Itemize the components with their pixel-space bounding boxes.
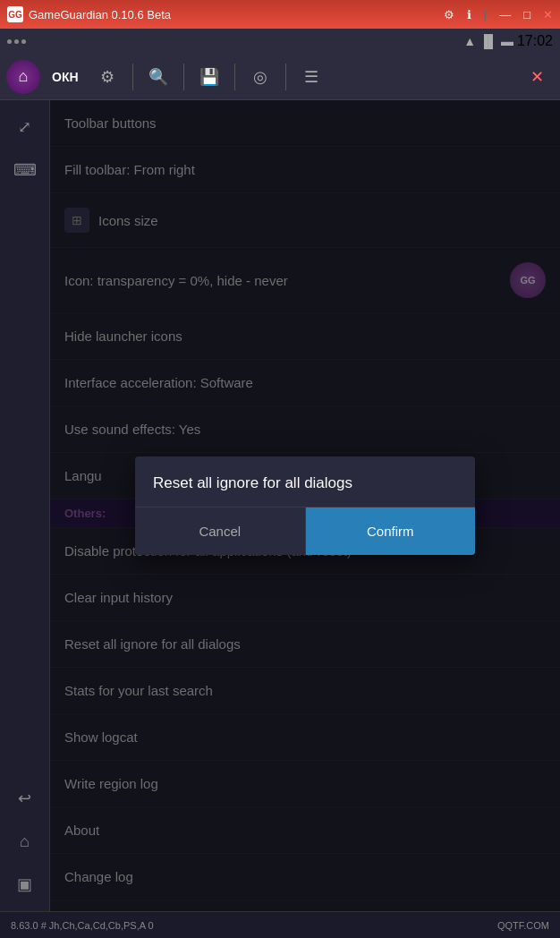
cancel-button[interactable]: Cancel [135, 507, 306, 555]
dialog-buttons: Cancel Confirm [135, 507, 475, 555]
sidebar-apps[interactable]: ▣ [5, 865, 45, 904]
info-control-icon[interactable]: ℹ [467, 8, 471, 21]
status-icons: ▲ ▐▌ ▬ 17:02 [463, 33, 553, 49]
sidebar: ⤢ ⌨ ↩ ⌂ ▣ [0, 100, 50, 911]
watermark: QQTF.COM [497, 920, 549, 931]
toolbar-okn-label: ОКН [45, 70, 86, 84]
sidebar-home[interactable]: ⌂ [5, 822, 45, 861]
sidebar-back[interactable]: ↩ [5, 779, 45, 818]
close-button[interactable]: ✕ [543, 8, 553, 21]
gg-home-icon: ⌂ [6, 60, 40, 94]
toolbar-home[interactable]: ⌂ [4, 57, 43, 97]
settings-control-icon[interactable]: ⚙ [444, 8, 454, 21]
notification-dots [7, 39, 26, 44]
toolbar-separator-1 [132, 64, 133, 90]
confirm-dialog: Reset all ignore for all dialogs Cancel … [135, 456, 475, 555]
settings-content: Toolbar buttons Fill toolbar: From right… [50, 100, 560, 911]
toolbar-sliders-btn[interactable]: ⚙ [88, 57, 127, 97]
bottom-bar: 8.63.0 # Jh,Ch,Ca,Cd,Cb,PS,A 0 QQTF.COM [0, 911, 560, 938]
battery-icon: ▬ [501, 34, 513, 48]
status-bar-left [7, 39, 26, 44]
main-content: ⤢ ⌨ ↩ ⌂ ▣ Toolbar buttons Fill toolbar: … [0, 100, 560, 911]
version-info: 8.63.0 # Jh,Ch,Ca,Cd,Cb,PS,A 0 [11, 920, 154, 931]
dot-3 [21, 39, 26, 44]
sidebar-keyboard[interactable]: ⌨ [5, 150, 45, 190]
window-controls: ⚙ ℹ | — □ ✕ [444, 8, 553, 21]
signal-icon: ▐▌ [479, 34, 497, 48]
app-icon: GG [7, 6, 23, 22]
toolbar-separator-2 [183, 64, 184, 90]
divider-1: | [484, 8, 487, 21]
status-bar: ▲ ▐▌ ▬ 17:02 [0, 29, 560, 54]
toolbar-list-btn[interactable]: ☰ [292, 57, 331, 97]
app-title: GameGuardian 0.10.6 Beta [29, 8, 171, 21]
title-bar: GG GameGuardian 0.10.6 Beta ⚙ ℹ | — □ ✕ [0, 0, 560, 29]
title-bar-left: GG GameGuardian 0.10.6 Beta [7, 6, 171, 22]
minimize-button[interactable]: — [499, 8, 511, 21]
toolbar-separator-3 [234, 64, 235, 90]
toolbar: ⌂ ОКН ⚙ 🔍 💾 ◎ ☰ ✕ [0, 54, 560, 100]
dot-2 [14, 39, 19, 44]
dialog-title: Reset all ignore for all dialogs [135, 456, 475, 507]
toolbar-close-btn[interactable]: ✕ [517, 57, 556, 97]
sidebar-resize[interactable]: ⤢ [5, 107, 45, 147]
toolbar-separator-4 [285, 64, 286, 90]
toolbar-target-btn[interactable]: ◎ [241, 57, 280, 97]
confirm-button[interactable]: Confirm [306, 507, 476, 555]
maximize-button[interactable]: □ [523, 8, 530, 21]
wifi-icon: ▲ [463, 34, 476, 48]
modal-overlay: Reset all ignore for all dialogs Cancel … [50, 100, 560, 911]
toolbar-save-btn[interactable]: 💾 [190, 57, 229, 97]
toolbar-search-btn[interactable]: 🔍 [139, 57, 178, 97]
dot-1 [7, 39, 12, 44]
clock: 17:02 [517, 33, 553, 49]
